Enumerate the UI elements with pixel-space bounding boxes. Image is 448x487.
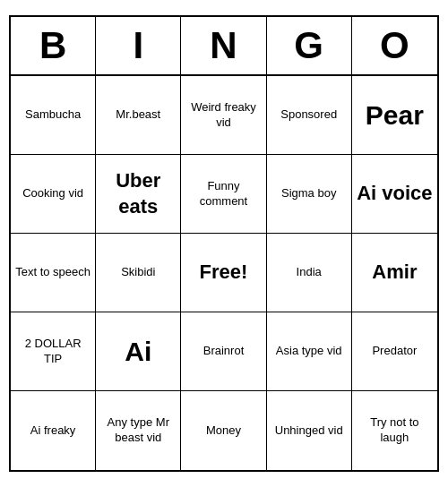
bingo-card: BINGO SambuchaMr.beastWeird freaky vidSp…: [9, 15, 439, 472]
bingo-cell-6: Uber eats: [96, 155, 181, 234]
bingo-cell-3: Sponsored: [267, 76, 352, 155]
bingo-cell-10: Text to speech: [11, 234, 96, 312]
bingo-letter-i: I: [96, 17, 181, 74]
bingo-cell-22: Money: [181, 391, 266, 470]
bingo-cell-11: Skibidi: [96, 234, 181, 312]
bingo-cell-18: Asia type vid: [267, 312, 352, 391]
bingo-cell-13: India: [267, 234, 352, 312]
bingo-cell-14: Amir: [352, 234, 437, 312]
bingo-cell-8: Sigma boy: [267, 155, 352, 234]
bingo-letter-n: N: [181, 17, 266, 74]
bingo-cell-19: Predator: [352, 312, 437, 391]
bingo-letter-b: B: [11, 17, 96, 74]
bingo-letter-g: G: [267, 17, 352, 74]
bingo-cell-5: Cooking vid: [11, 155, 96, 234]
bingo-cell-12: Free!: [181, 234, 266, 312]
bingo-letter-o: O: [352, 17, 437, 74]
bingo-cell-2: Weird freaky vid: [181, 76, 266, 155]
bingo-grid: SambuchaMr.beastWeird freaky vidSponsore…: [11, 76, 437, 470]
bingo-cell-20: Ai freaky: [11, 391, 96, 470]
bingo-cell-21: Any type Mr beast vid: [96, 391, 181, 470]
bingo-cell-15: 2 DOLLAR TIP: [11, 312, 96, 391]
bingo-cell-23: Unhinged vid: [267, 391, 352, 470]
bingo-header: BINGO: [11, 17, 437, 76]
bingo-cell-1: Mr.beast: [96, 76, 181, 155]
bingo-cell-16: Ai: [96, 312, 181, 391]
bingo-cell-4: Pear: [352, 76, 437, 155]
bingo-cell-9: Ai voice: [352, 155, 437, 234]
bingo-cell-7: Funny comment: [181, 155, 266, 234]
bingo-cell-0: Sambucha: [11, 76, 96, 155]
bingo-cell-24: Try not to laugh: [352, 391, 437, 470]
bingo-cell-17: Brainrot: [181, 312, 266, 391]
